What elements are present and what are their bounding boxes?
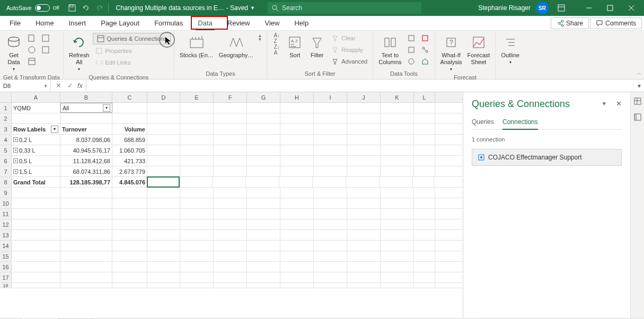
row-header[interactable]: 14 (0, 241, 12, 251)
cell[interactable] (381, 262, 414, 272)
cell[interactable] (279, 177, 313, 187)
advanced-button[interactable]: Advanced (329, 56, 369, 67)
cell[interactable] (147, 219, 180, 229)
cell[interactable] (147, 283, 180, 288)
cell[interactable] (280, 251, 314, 261)
cell[interactable] (414, 124, 435, 134)
cell[interactable] (147, 166, 180, 176)
cell[interactable] (147, 230, 180, 240)
row-header[interactable]: 15 (0, 251, 12, 261)
cell[interactable] (381, 230, 414, 240)
cell[interactable] (112, 209, 147, 219)
redo-icon[interactable] (94, 3, 105, 13)
cell-a6[interactable]: +0,5 L (12, 156, 60, 166)
cell[interactable] (314, 241, 347, 251)
cell[interactable] (180, 251, 214, 261)
cell[interactable] (381, 103, 414, 113)
cancel-icon[interactable]: ✕ (53, 82, 64, 90)
col-header-e[interactable]: E (180, 92, 214, 102)
sort-button[interactable]: AZ Sort (284, 33, 305, 60)
filter-dropdown-icon[interactable]: ▾ (51, 126, 58, 133)
tab-view[interactable]: View (257, 16, 287, 30)
cell[interactable] (180, 219, 214, 229)
cell-c6[interactable]: 421.733 (112, 156, 147, 166)
cell[interactable] (314, 219, 347, 229)
cell[interactable] (381, 113, 414, 123)
what-if-button[interactable]: ? What-If Analysis ▾ (438, 33, 464, 73)
cell[interactable] (147, 262, 180, 272)
cell[interactable] (381, 188, 414, 198)
cell[interactable] (347, 219, 381, 229)
row-header[interactable]: 5 (0, 145, 12, 155)
panel-tab-connections[interactable]: Connections (502, 116, 538, 130)
cell[interactable] (346, 177, 380, 187)
cell[interactable] (347, 113, 381, 123)
col-header-g[interactable]: G (247, 92, 280, 102)
cell[interactable] (112, 198, 147, 208)
text-to-columns-button[interactable]: Text to Columns (376, 33, 403, 67)
row-header[interactable]: 11 (0, 209, 12, 219)
cell[interactable] (247, 166, 280, 176)
cell[interactable] (247, 113, 280, 123)
cell[interactable] (214, 166, 247, 176)
cell[interactable] (347, 145, 381, 155)
cell[interactable] (347, 198, 381, 208)
tab-help[interactable]: Help (287, 16, 316, 30)
clear-button[interactable]: Clear (329, 33, 369, 43)
cell[interactable] (381, 135, 414, 145)
cell[interactable] (12, 251, 60, 261)
cell[interactable] (247, 230, 280, 240)
cell[interactable] (381, 251, 414, 261)
cell[interactable] (180, 283, 214, 288)
cell[interactable] (214, 262, 247, 272)
col-header-c[interactable]: C (112, 92, 147, 102)
existing-conn-button[interactable] (39, 45, 52, 55)
tab-file[interactable]: File (2, 16, 28, 30)
cell[interactable] (247, 103, 280, 113)
cell[interactable] (247, 145, 280, 155)
cell[interactable] (214, 188, 247, 198)
cell[interactable] (180, 166, 214, 176)
recent-sources-button[interactable] (39, 33, 52, 43)
col-header-i[interactable]: I (314, 92, 347, 102)
cell[interactable] (214, 272, 247, 282)
cell[interactable] (147, 145, 180, 155)
collapse-ribbon-icon[interactable]: ︿ (637, 69, 642, 77)
queries-connections-button[interactable]: Queries & Connections (93, 33, 171, 45)
cell[interactable] (147, 209, 180, 219)
filter-button[interactable]: Filter (306, 33, 328, 60)
flash-fill-button[interactable] (405, 33, 418, 43)
cell[interactable] (60, 188, 112, 198)
connection-item[interactable]: COJACO Effectmanager Support (472, 149, 622, 166)
cell[interactable] (180, 272, 214, 282)
cell[interactable] (381, 219, 414, 229)
cell[interactable] (347, 251, 381, 261)
relationships-button[interactable] (419, 45, 431, 55)
cell[interactable] (247, 156, 280, 166)
cell-d8-selected[interactable] (147, 176, 180, 188)
cell[interactable] (347, 188, 381, 198)
cell[interactable] (347, 103, 381, 113)
filter-dropdown-icon[interactable]: ▾ (103, 104, 110, 112)
saved-label[interactable]: - Saved (226, 4, 248, 12)
cell[interactable] (314, 262, 347, 272)
cell[interactable] (247, 251, 280, 261)
row-header[interactable]: 2 (0, 113, 12, 123)
cell[interactable] (12, 262, 60, 272)
cell[interactable] (180, 113, 214, 123)
cell[interactable] (180, 241, 214, 251)
col-header-f[interactable]: F (214, 92, 247, 102)
cell[interactable] (314, 103, 347, 113)
cell[interactable] (314, 251, 347, 261)
sort-desc-button[interactable]: Z↓A (270, 45, 283, 55)
cell[interactable] (414, 283, 435, 288)
cell-c3[interactable]: Volume (112, 124, 147, 134)
cell[interactable] (112, 241, 147, 251)
sort-asc-button[interactable]: A↓Z (270, 33, 283, 43)
cell[interactable] (112, 188, 147, 198)
from-web-button[interactable] (25, 45, 38, 55)
cell-c4[interactable]: 688.859 (112, 135, 147, 145)
data-validation-button[interactable] (405, 56, 418, 67)
cell[interactable] (314, 145, 347, 155)
cell[interactable] (280, 219, 314, 229)
